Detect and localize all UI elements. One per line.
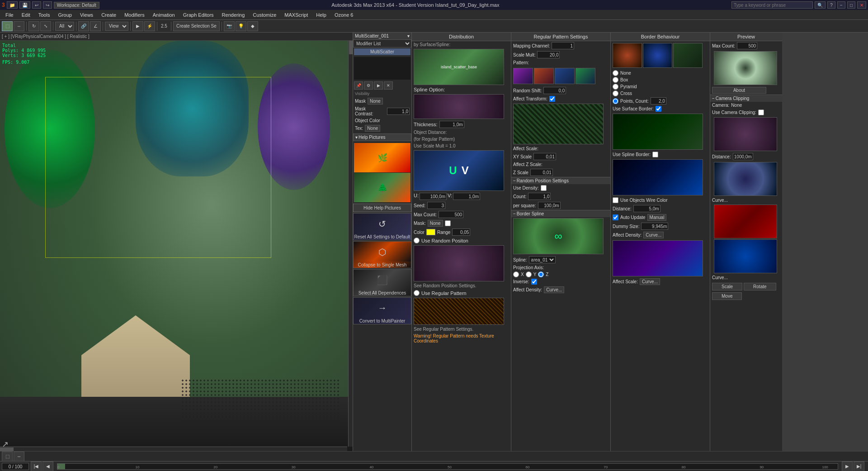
tex-none-btn[interactable]: None (365, 125, 380, 132)
inverse-checkbox[interactable] (531, 279, 537, 285)
z-scale-input[interactable] (530, 169, 553, 176)
border-spline-section[interactable]: − Border Spline (511, 210, 610, 217)
mask-none-btn[interactable]: None (368, 98, 383, 105)
timeline-next[interactable]: ▶ (842, 461, 853, 471)
use-spline-border-cb[interactable] (652, 152, 658, 157)
dummy-size-input[interactable] (641, 223, 668, 230)
menu-tools[interactable]: Tools (35, 11, 54, 19)
pattern-thumb-1[interactable] (513, 68, 533, 84)
menu-edit[interactable]: Edit (18, 11, 34, 19)
color-swatch[interactable] (426, 229, 435, 235)
help-icon[interactable]: ? (827, 1, 835, 9)
viewport-canvas[interactable]: Total Polys: 4 869 995 Verts: 3 669 625 … (0, 41, 353, 451)
menu-create[interactable]: Create (98, 11, 120, 19)
affect-density-curve-btn[interactable]: Curve... (544, 286, 564, 293)
per-square-input[interactable] (538, 202, 561, 209)
pattern-thumb-3[interactable] (555, 68, 575, 84)
x-axis-radio[interactable] (513, 271, 519, 277)
select-tool[interactable]: ⬚ (2, 21, 13, 31)
xy-scale-input[interactable] (533, 153, 556, 160)
save-btn[interactable]: 💾 (19, 1, 30, 9)
use-objects-wire-cb[interactable] (613, 197, 618, 203)
use-camera-cb[interactable] (758, 109, 764, 115)
menu-rendering[interactable]: Rendering (218, 11, 249, 19)
mask-contrast-input[interactable] (387, 108, 410, 115)
viewport-hscroll[interactable] (0, 447, 347, 451)
search-input[interactable] (731, 1, 813, 9)
rotate-tool[interactable]: ↻ (28, 21, 39, 31)
quick-render[interactable]: ⚡ (144, 21, 155, 31)
search-icon[interactable]: 🔍 (815, 1, 826, 9)
menu-file[interactable]: File (2, 11, 17, 19)
menu-customize[interactable]: Customize (249, 11, 280, 19)
u-input[interactable] (420, 193, 447, 200)
scale-tool[interactable]: ⤡ (40, 21, 51, 31)
menu-group[interactable]: Group (54, 11, 75, 19)
z-axis-radio[interactable] (538, 271, 544, 277)
border-thumb-1[interactable] (613, 43, 642, 68)
menu-animation[interactable]: Animation (149, 11, 179, 19)
random-position-section[interactable]: − Random Position Settings (511, 177, 610, 184)
pattern-thumb-2[interactable] (534, 68, 554, 84)
menu-views[interactable]: Views (76, 11, 97, 19)
hscroll-thumb[interactable] (0, 447, 14, 451)
manual-btn[interactable]: Manual (647, 214, 667, 221)
angle-snap[interactable]: ∠ (90, 21, 101, 31)
thickness-input[interactable] (439, 121, 464, 128)
multiscatter-arrow[interactable]: ▾ (407, 33, 410, 38)
seed-input[interactable] (427, 202, 445, 209)
vscroll-thumb[interactable] (349, 41, 353, 54)
affect-scale-curve-btn[interactable]: Curve... (640, 278, 660, 285)
pyramid-radio[interactable] (613, 84, 618, 90)
snap-toggle[interactable]: 🔗 (78, 21, 89, 31)
pin-btn[interactable]: 📌 (354, 81, 363, 90)
scale-mult-input[interactable] (537, 51, 560, 58)
scale-btn[interactable]: Scale (712, 283, 742, 290)
maximize-btn[interactable]: □ (847, 1, 855, 9)
cross-radio[interactable] (613, 90, 618, 96)
use-regular-radio[interactable] (414, 290, 420, 296)
clipping-distance-input[interactable] (733, 153, 753, 160)
help-pictures-section[interactable]: ▾ Help Pictures (353, 133, 411, 141)
select-icon[interactable]: ⬚ (2, 452, 13, 461)
camera-clipping-section[interactable]: − Camera Clipping (710, 95, 782, 102)
v-input[interactable] (453, 193, 480, 200)
mask-checkbox[interactable] (445, 220, 451, 226)
auto-update-cb[interactable] (613, 214, 618, 220)
move-icon[interactable]: ↔ (14, 452, 24, 461)
menu-graph-editors[interactable]: Graph Editors (179, 11, 217, 19)
rotate-btn[interactable]: Rotate (744, 283, 776, 290)
y-axis-radio[interactable] (526, 271, 532, 277)
none-radio[interactable] (613, 70, 618, 76)
points-radio[interactable] (613, 98, 618, 104)
count-input[interactable] (528, 193, 551, 200)
workspace-dropdown[interactable]: Workspace: Default (54, 2, 99, 9)
undo-btn[interactable]: ↩ (32, 1, 41, 9)
timeline-end[interactable]: ▶| (854, 461, 864, 471)
render-btn[interactable]: ▶ (132, 21, 143, 31)
border-thumb-2[interactable] (643, 43, 672, 68)
close-btn[interactable]: ✕ (857, 1, 866, 9)
redo-btn[interactable]: ↪ (43, 1, 52, 9)
points-count-input[interactable] (651, 97, 666, 105)
light-btn[interactable]: 💡 (236, 21, 246, 31)
expand-btn[interactable]: ▶ (374, 81, 383, 90)
about-btn[interactable]: About (712, 87, 766, 94)
pattern-thumb-4[interactable] (576, 68, 595, 84)
select-all-dep-btn[interactable]: ⬛ Select All Dependences (353, 269, 411, 296)
box-radio[interactable] (613, 77, 618, 83)
max-count-input[interactable] (439, 211, 463, 218)
hide-help-btn[interactable]: Hide Help Pictures (353, 204, 411, 212)
timeline-start[interactable]: |◀ (31, 461, 42, 471)
collapse-single-mesh-btn[interactable]: ⬡ Collapse to Single Mesh (353, 241, 411, 268)
settings-btn[interactable]: ⚙ (364, 81, 373, 90)
viewport-vscroll[interactable] (348, 41, 353, 447)
use-density-checkbox[interactable] (541, 185, 547, 191)
mapping-channel-input[interactable] (552, 42, 574, 49)
view-dropdown[interactable]: View (105, 22, 128, 31)
create-selection-btn[interactable]: Create Selection Se (173, 21, 220, 31)
menu-ozone[interactable]: Ozone 6 (331, 11, 357, 19)
timeline-prev[interactable]: ◀ (42, 461, 53, 471)
menu-help[interactable]: Help (312, 11, 330, 19)
viewport[interactable]: [ + ] [VRayPhysicalCamera004 ] [ Realist… (0, 33, 353, 451)
